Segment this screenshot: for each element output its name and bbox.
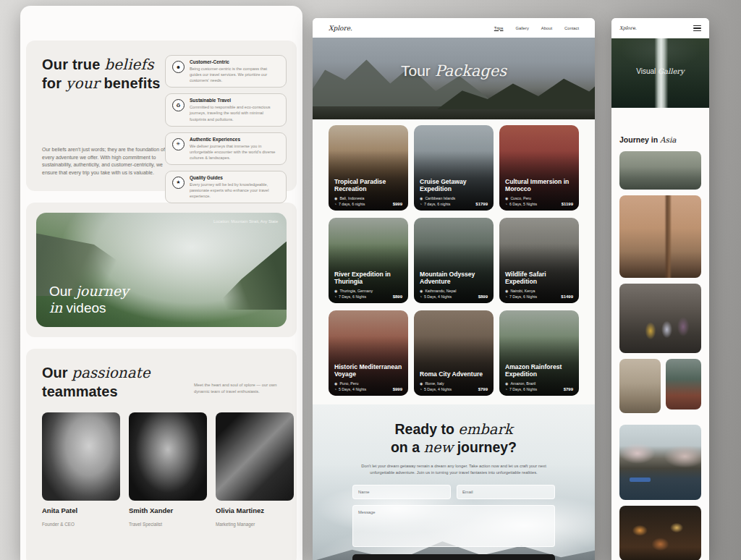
sparkle-icon: ✳	[172, 138, 185, 150]
xplore-logo[interactable]: Xplore.	[329, 25, 352, 32]
team-member-card[interactable]: Smith Xander Travel Specialist	[129, 412, 207, 529]
heading-text: Our	[49, 284, 76, 299]
member-role: Founder & CEO	[42, 522, 75, 527]
email-field[interactable]	[457, 485, 555, 499]
tour-duration: 7 days, 6 nights	[424, 202, 450, 206]
tour-title: Cultural Immersion in Morocco	[505, 178, 573, 193]
videos-heading: Our journey in videos	[49, 283, 129, 318]
tour-card-cruise-getaway[interactable]: Cruise Getaway Expedition ◉Caribbean Isl…	[414, 125, 494, 211]
team-member-card[interactable]: Anita Patel Founder & CEO	[42, 412, 120, 529]
clock-icon: ◔	[420, 294, 422, 299]
mobile-gallery-artboard: Xplore. Visual Gallery Journey in Asia	[611, 18, 709, 560]
tour-location: Thuringia, Germany	[339, 289, 373, 293]
beliefs-card-list: ☻ Customer-Centric Being customer-centri…	[165, 55, 287, 179]
member-name: Olivia Martinez	[216, 506, 294, 514]
tour-card-tropical-paradise[interactable]: Tropical Paradise Recreation ◉Bali, Indo…	[329, 125, 408, 211]
tour-price: $899	[478, 294, 488, 299]
heading-text: Visual	[636, 67, 658, 75]
nav-link-gallery[interactable]: Gallery	[515, 26, 528, 30]
tour-title: River Expedition in Thuringia	[334, 271, 402, 286]
tour-price: $1199	[562, 202, 573, 206]
smith-portrait-photo	[129, 412, 207, 501]
name-field[interactable]	[352, 485, 451, 499]
clock-icon: ◔	[334, 202, 336, 206]
tour-price: $1799	[475, 202, 488, 206]
sign-up-button[interactable]: Sign Up	[352, 554, 555, 560]
gallery-row	[619, 359, 701, 419]
belief-card-customer-centric[interactable]: ☻ Customer-Centric Being customer-centri…	[165, 55, 287, 88]
tour-duration: 5 Days, 4 Nights	[339, 387, 366, 391]
journey-in-asia-heading: Journey in Asia	[619, 135, 701, 144]
belief-card-description: Being customer-centric is the compass th…	[190, 66, 279, 83]
tour-location: Nairobi, Kenya	[510, 289, 535, 293]
pagoda-roofs-photo[interactable]	[666, 359, 701, 410]
leaf-icon: ♻	[172, 99, 185, 111]
hamburger-menu-icon[interactable]	[693, 25, 701, 31]
teammates-subtitle: Meet the heart and soul of xplore — our …	[194, 382, 281, 394]
nav-link-trips[interactable]: Trips	[494, 26, 504, 30]
member-name: Smith Xander	[129, 506, 207, 514]
belief-card-quality-guides[interactable]: ★ Quality Guides Every journey will be l…	[165, 171, 287, 203]
location-pin-icon: ◉	[505, 196, 508, 200]
heading-italic: in	[49, 300, 62, 315]
olivia-portrait-photo	[216, 412, 294, 501]
belief-card-title: Authentic Experiences	[190, 137, 279, 142]
nav-link-about[interactable]: About	[541, 26, 552, 30]
tour-card-cultural-immersion[interactable]: Cultural Immersion in Morocco ◉Cusco, Pe…	[499, 125, 579, 211]
belief-card-description: Every journey will be led by knowledgeab…	[190, 182, 279, 199]
location-pin-icon: ◉	[420, 381, 423, 386]
hero-mountains-photo: Tour Packages	[313, 38, 595, 119]
tour-location: Cusco, Peru	[510, 196, 531, 200]
heading-text: Journey in	[619, 135, 660, 144]
tour-title: Amazon Rainforest Expedition	[505, 363, 573, 378]
clock-icon: ◔	[505, 294, 507, 299]
tour-card-river-expedition[interactable]: River Expedition in Thuringia ◉Thuringia…	[329, 218, 408, 303]
tour-card-mountain-odyssey[interactable]: Mountain Odyssey Adventure ◉Kathmandu, N…	[414, 218, 494, 303]
journey-video-card[interactable]: Location: Mountain Strait, Any State Our…	[36, 213, 287, 327]
heading-italic: beliefs	[104, 56, 153, 73]
member-role: Travel Specialist	[129, 522, 162, 527]
tour-duration: 6 Days, 5 Nights	[509, 202, 537, 206]
tour-location: Amazon, Brazil	[510, 381, 535, 386]
night-market-street-photo[interactable]	[619, 506, 701, 560]
tour-card-amazon-rainforest[interactable]: Amazon Rainforest Expedition ◉Amazon, Br…	[499, 310, 579, 396]
tour-duration: 7 Days, 6 Nights	[509, 294, 537, 299]
minaret-desert-city-photo[interactable]	[619, 195, 701, 278]
tour-title: Cruise Getaway Expedition	[420, 178, 488, 193]
message-field[interactable]	[352, 505, 555, 547]
user-icon: ☻	[172, 61, 185, 73]
belief-card-sustainable-travel[interactable]: ♻ Sustainable Travel Committed to respon…	[165, 93, 287, 126]
mobile-gallery-body: Journey in Asia	[611, 135, 709, 560]
belief-card-title: Sustainable Travel	[190, 98, 279, 103]
top-navigation: Xplore. Trips Gallery About Contact	[313, 18, 595, 38]
mosque-minarets-photo[interactable]	[619, 359, 661, 413]
tour-duration: 5 Days, 4 Nights	[424, 294, 452, 299]
kimono-street-photo[interactable]	[619, 284, 701, 353]
tour-price: $899	[393, 294, 402, 299]
clock-icon: ◔	[334, 294, 336, 299]
xplore-logo[interactable]: Xplore.	[619, 25, 637, 31]
video-location-label: Location: Mountain Strait, Any State	[213, 219, 278, 224]
heading-text: benefits	[100, 75, 161, 91]
tour-card-wildlife-safari[interactable]: Wildlife Safari Expedition ◉Nairobi, Ken…	[499, 218, 579, 303]
belief-card-authentic-experiences[interactable]: ✳ Authentic Experiences We deliver journ…	[165, 132, 287, 165]
tour-card-historic-mediterranean[interactable]: Historic Mediterranean Voyage ◉Puno, Per…	[329, 310, 408, 396]
temple-pavilion-photo[interactable]	[619, 151, 701, 190]
beliefs-paragraph: Our beliefs aren't just words; they are …	[42, 146, 165, 179]
nav-link-contact[interactable]: Contact	[564, 26, 579, 30]
tour-packages-artboard: Xplore. Trips Gallery About Contact Tour…	[313, 18, 595, 560]
heading-italic: new	[423, 439, 453, 456]
heading-text: for	[42, 75, 66, 91]
heading-text: Tour	[401, 62, 435, 79]
blossom-river-boats-photo[interactable]	[619, 425, 701, 500]
tour-title: Mountain Odyssey Adventure	[420, 271, 488, 286]
clock-icon: ◔	[420, 202, 422, 206]
teammates-heading: Our passionate teammates	[42, 363, 151, 401]
hero-title: Tour Packages	[313, 62, 595, 80]
tour-card-roma-city[interactable]: Roma City Adventure ◉Rome, Italy ◔5 Days…	[414, 310, 494, 396]
heading-italic: Packages	[435, 62, 507, 80]
member-name: Anita Patel	[42, 506, 120, 514]
tour-location: Caribbean Islands	[425, 196, 455, 200]
page-top-spacer	[20, 6, 302, 41]
team-member-card[interactable]: Olivia Martinez Marketing Manager	[216, 412, 294, 529]
